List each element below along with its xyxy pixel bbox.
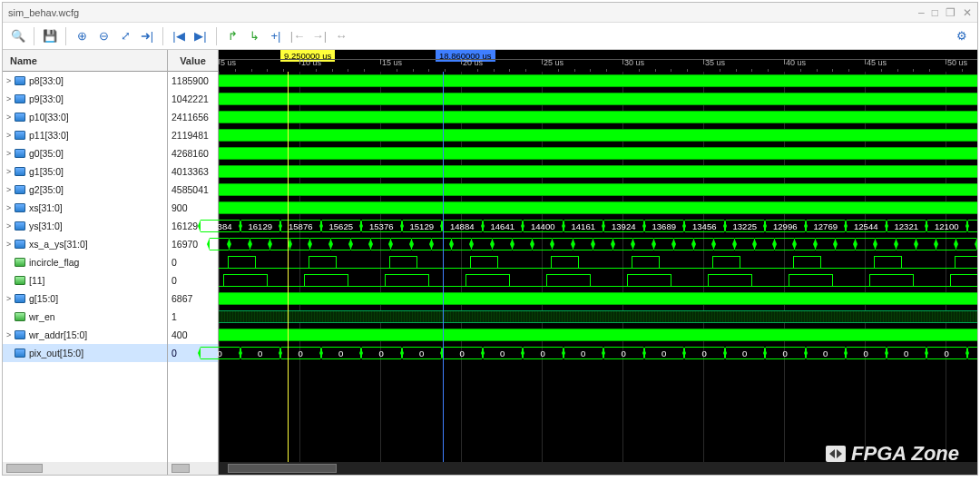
bus-icon [15,330,25,339]
signal-name: wr_en [29,311,55,322]
bus-value: 0 [783,348,788,358]
bus-value: 16384 [208,221,231,231]
save-icon[interactable]: 💾 [40,26,60,46]
zoom-fit-icon[interactable]: ⤢ [115,26,135,46]
signal-row[interactable]: >p9[33:0] [3,90,167,108]
add-marker-icon[interactable]: +| [266,26,286,46]
bus-icon [15,131,25,140]
signal-name: p8[33:0] [29,75,64,86]
value-scrollbar[interactable] [168,462,218,475]
signal-row[interactable]: >g2[35:0] [3,181,167,199]
bus-value: 0 [218,348,222,358]
bus-value: 12321 [895,221,918,231]
time-ruler[interactable]: 9.250000 us 18.860000 us 5 us10 us15 us2… [219,50,977,72]
waveform-panel[interactable]: 9.250000 us 18.860000 us 5 us10 us15 us2… [219,50,977,475]
name-scrollbar[interactable] [3,462,167,475]
signal-row[interactable]: >p10[33:0] [3,108,167,126]
minimize-icon[interactable]: – [918,6,925,19]
bus-value: 0 [702,348,707,358]
bit-icon [15,258,25,267]
bus-value: 15625 [329,221,353,231]
signal-row[interactable]: >p8[33:0] [3,72,167,90]
bus-value: 0 [823,348,828,358]
bus-value: 0 [460,348,465,358]
signal-row[interactable]: pix_out[15:0] [3,344,167,362]
signal-row[interactable]: wr_en [3,308,167,326]
bus-value: 0 [258,348,262,358]
bus-icon [15,203,25,212]
search-icon[interactable]: 🔍 [8,26,28,46]
signal-name: g0[35:0] [29,148,64,159]
signal-name: xs_a_ys[31:0] [29,239,88,250]
bus-icon [15,76,25,85]
bus-icon [15,149,25,158]
signal-name: ys[31:0] [29,221,63,231]
restore-icon[interactable]: ❐ [946,6,956,19]
name-panel: Name >p8[33:0]>p9[33:0]>p10[33:0]>p11[33… [3,50,168,475]
signal-name: p11[33:0] [29,130,69,141]
next-edge-icon[interactable]: ↳ [244,26,264,46]
bus-value: 14400 [531,221,554,231]
prev-edge-icon[interactable]: ↱ [222,26,242,46]
signal-name: pix_out[15:0] [29,348,83,358]
prev-marker-icon[interactable]: |← [288,26,308,46]
bus-value: 0 [500,348,505,358]
settings-icon[interactable]: ⚙ [952,26,972,46]
bus-value: 15876 [289,221,312,231]
bus-value: 13689 [652,221,676,231]
bus-value: 0 [904,348,908,358]
value-header: Value [168,50,218,72]
signal-value: 2119481 [168,126,218,144]
signal-row[interactable]: [11] [3,271,167,290]
signal-name: incircle_flag [29,257,79,268]
bus-value: 12100 [935,221,958,231]
signal-value: 900 [168,199,218,217]
bus-value: 0 [541,348,545,358]
signal-value: 4013363 [168,162,218,181]
bus-value: 15376 [369,221,393,231]
close-icon[interactable]: ✕ [963,6,972,19]
signal-value: 1042221 [168,90,218,108]
bus-value: 14161 [572,221,595,231]
window-title: sim_behav.wcfg [8,7,918,18]
title-bar: sim_behav.wcfg – □ ❐ ✕ [3,3,977,23]
signal-row[interactable]: incircle_flag [3,253,167,271]
go-start-icon[interactable]: |◀ [169,26,189,46]
wechat-icon [826,446,846,462]
next-marker-icon[interactable]: →| [309,26,329,46]
maximize-icon[interactable]: □ [932,6,938,19]
bus-value: 0 [945,348,949,358]
zoom-out-icon[interactable]: ⊖ [93,26,113,46]
signal-value: 400 [168,326,218,344]
signal-value: 4268160 [168,144,218,162]
signal-value: 1185900 [168,72,218,90]
signal-name: g2[35:0] [29,184,64,195]
signal-row[interactable]: >g1[35:0] [3,162,167,181]
signal-value: 2411656 [168,108,218,126]
signal-name: [11] [29,275,45,286]
toolbar: 🔍 💾 ⊕ ⊖ ⤢ ➜| |◀ ▶| ↱ ↳ +| |← →| ↔ ⚙ [3,23,977,50]
signal-row[interactable]: >ys[31:0] [3,217,167,235]
bus-value: 0 [338,348,343,358]
go-end-icon[interactable]: ▶| [191,26,211,46]
signal-value: 0 [168,271,218,290]
bus-value: 16129 [249,221,272,231]
signal-row[interactable]: >p11[33:0] [3,126,167,144]
signal-value: 0 [168,253,218,271]
swap-marker-icon[interactable]: ↔ [331,26,351,46]
signal-name: p10[33:0] [29,112,69,123]
signal-name: p9[33:0] [29,93,64,104]
signal-row[interactable]: >xs[31:0] [3,199,167,217]
bus-value: 0 [662,348,666,358]
zoom-in-icon[interactable]: ⊕ [72,26,92,46]
signal-row[interactable]: >wr_addr[15:0] [3,326,167,344]
bus-value: 13924 [612,221,635,231]
bus-icon [15,221,25,231]
signal-row[interactable]: >xs_a_ys[31:0] [3,235,167,253]
goto-cursor-icon[interactable]: ➜| [137,26,157,46]
bus-icon [15,167,25,176]
signal-row[interactable]: >g0[35:0] [3,144,167,162]
signal-row[interactable]: >g[15:0] [3,290,167,308]
signal-value: 6867 [168,290,218,308]
bus-value: 15129 [410,221,434,231]
